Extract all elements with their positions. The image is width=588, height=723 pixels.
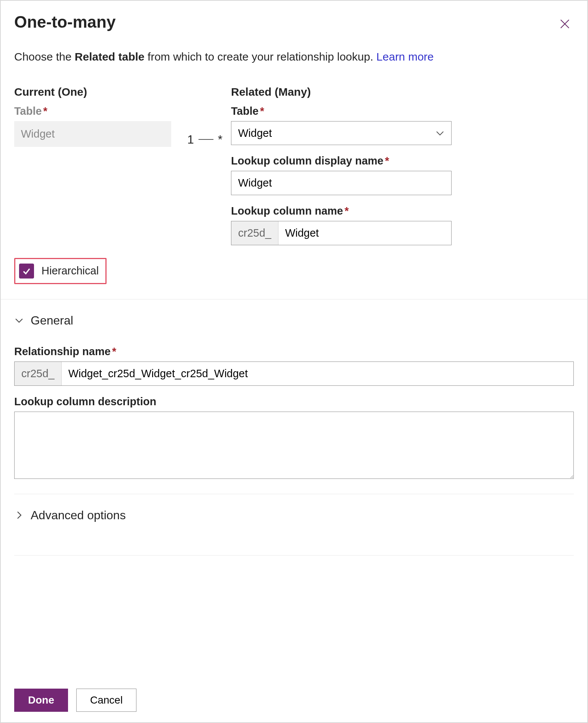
header-row: One-to-many — [14, 13, 574, 49]
hierarchical-checkbox[interactable] — [19, 264, 34, 279]
required-mark: * — [345, 205, 349, 217]
columns-row: Current (One) Table* Widget 1 * Related … — [14, 86, 574, 245]
relationship-connector: 1 * — [179, 86, 231, 147]
chevron-down-icon — [14, 316, 24, 325]
divider — [1, 299, 587, 299]
lookup-display-input[interactable] — [231, 171, 452, 195]
one-to-many-panel: One-to-many Choose the Related table fro… — [0, 0, 588, 723]
relationship-name-label: Relationship name* — [14, 345, 574, 358]
intro-suffix: from which to create your relationship l… — [145, 50, 376, 63]
required-mark: * — [43, 105, 47, 117]
related-table-label: Table* — [231, 105, 452, 117]
intro-text: Choose the Related table from which to c… — [14, 49, 574, 65]
done-button[interactable]: Done — [14, 689, 68, 712]
check-icon — [22, 266, 31, 276]
many-indicator: * — [218, 133, 222, 147]
hierarchical-highlight: Hierarchical — [14, 258, 107, 284]
lookup-description-textarea[interactable] — [14, 412, 574, 479]
lookup-name-input[interactable] — [278, 221, 451, 245]
lookup-name-label: Lookup column name* — [231, 205, 452, 217]
lookup-description-label: Lookup column description — [14, 396, 574, 408]
related-table-select-wrap — [231, 121, 452, 145]
relationship-name-input-group: cr25d_ — [14, 362, 574, 386]
connector-line-icon — [198, 139, 213, 140]
intro-prefix: Choose the — [14, 50, 75, 63]
relationship-name-input[interactable] — [62, 362, 573, 385]
general-section-label: General — [31, 314, 73, 327]
required-mark: * — [385, 155, 389, 167]
lookup-name-input-group: cr25d_ — [231, 221, 452, 245]
current-heading: Current (One) — [14, 86, 179, 98]
footer-buttons: Done Cancel — [14, 689, 574, 712]
general-section-toggle[interactable]: General — [14, 314, 574, 327]
divider — [14, 494, 574, 494]
one-indicator: 1 — [187, 133, 194, 147]
related-table-select[interactable] — [231, 121, 452, 145]
related-column: Related (Many) Table* Lookup column disp… — [231, 86, 452, 245]
required-mark: * — [260, 105, 264, 117]
current-column: Current (One) Table* Widget — [14, 86, 179, 147]
relationship-name-prefix: cr25d_ — [15, 362, 62, 385]
current-table-label: Table* — [14, 105, 179, 117]
current-table-value: Widget — [14, 121, 171, 147]
chevron-right-icon — [14, 510, 24, 520]
close-icon — [560, 19, 570, 29]
panel-title: One-to-many — [14, 13, 116, 31]
lookup-name-prefix: cr25d_ — [231, 221, 278, 245]
intro-bold: Related table — [75, 50, 145, 63]
hierarchical-label: Hierarchical — [41, 265, 99, 277]
advanced-section-toggle[interactable]: Advanced options — [14, 508, 574, 522]
required-mark: * — [112, 345, 116, 357]
lookup-display-label: Lookup column display name* — [231, 155, 452, 167]
cancel-button[interactable]: Cancel — [76, 689, 136, 712]
close-button[interactable] — [556, 15, 574, 33]
related-heading: Related (Many) — [231, 86, 452, 98]
advanced-section-label: Advanced options — [31, 508, 126, 522]
learn-more-link[interactable]: Learn more — [376, 50, 434, 63]
spacer — [14, 556, 574, 689]
